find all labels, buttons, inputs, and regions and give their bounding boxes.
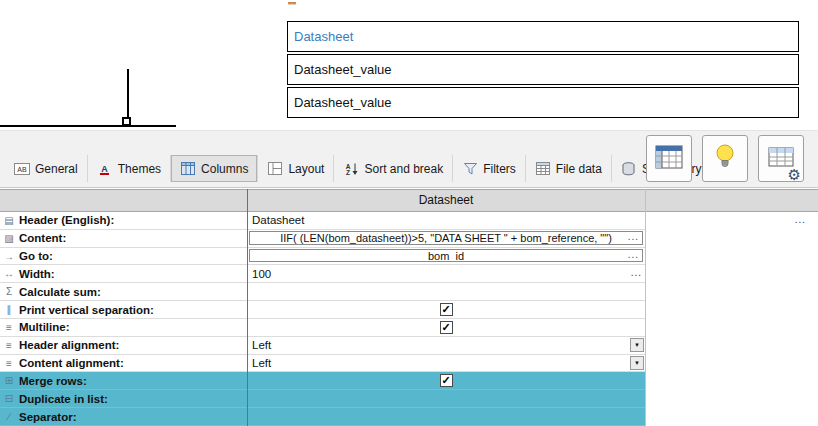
header-english-value[interactable]: Datasheet <box>247 212 645 230</box>
row-label: ⊟ Duplicate in list: <box>0 390 247 408</box>
header-alignment-value[interactable]: Left ▼ <box>247 337 645 355</box>
grid-column-divider[interactable] <box>247 189 248 426</box>
ribbon-tabs: AB General A Themes Columns Layout AZ <box>5 154 710 183</box>
content-alignment-field-icon: ≡ <box>2 358 16 369</box>
calculate-sum-value[interactable] <box>247 283 645 301</box>
width-ellipsis-button[interactable]: ... <box>631 267 642 278</box>
row-label: → Go to: <box>0 248 247 266</box>
tab-label: Themes <box>118 162 161 176</box>
content-alignment-value[interactable]: Left ▼ <box>247 355 645 373</box>
tab-label: Filters <box>483 162 516 176</box>
grid-value-column-edge <box>645 189 646 426</box>
general-icon: AB <box>14 162 30 176</box>
grid-row-calculate-sum: Σ Calculate sum: <box>0 283 818 301</box>
chevron-down-icon: ▼ <box>634 360 640 366</box>
header-field-icon: ▤ <box>2 215 16 226</box>
property-grid: ▤ Header (English): Datasheet ... ▨ Cont… <box>0 212 818 426</box>
row-label: ≡ Header alignment: <box>0 337 247 355</box>
content-field-icon: ▨ <box>2 233 16 244</box>
header-alignment-field-icon: ≡ <box>2 340 16 351</box>
header-alignment-dropdown-button[interactable]: ▼ <box>630 338 644 352</box>
row-label: ▨ Content: <box>0 230 247 248</box>
columns-icon <box>180 162 196 176</box>
print-vertical-separation-value: ✓ <box>247 301 645 319</box>
schematic-wire-vertical <box>127 69 129 120</box>
svg-text:AB: AB <box>17 166 27 173</box>
grid-row-go-to: → Go to: bom_id ... <box>0 248 818 266</box>
tab-themes[interactable]: A Themes <box>87 155 170 182</box>
print-vertical-separation-checkbox[interactable]: ✓ <box>440 303 453 316</box>
separator-value[interactable] <box>247 408 645 426</box>
grid-row-content-alignment: ≡ Content alignment: Left ▼ <box>0 355 818 373</box>
row-label: ∥ Print vertical separation: <box>0 301 247 319</box>
duplicate-field-icon: ⊟ <box>2 393 16 404</box>
filter-funnel-icon <box>462 162 478 176</box>
sort-icon: AZ <box>343 162 359 176</box>
content-expression-field[interactable]: IIF( (LEN(bom_datasheet))>5, "DATA SHEET… <box>249 231 643 245</box>
width-value[interactable]: 100 ... <box>247 265 645 283</box>
svg-text:A: A <box>101 163 108 173</box>
merge-rows-checkbox[interactable]: ✓ <box>440 374 453 387</box>
tips-button[interactable] <box>702 135 748 182</box>
grid-row-content: ▨ Content: IIF( (LEN(bom_datasheet))>5, … <box>0 230 818 248</box>
tab-layout[interactable]: Layout <box>257 155 333 182</box>
row-label: ≡ Multiline: <box>0 319 247 337</box>
schematic-wire-horizontal <box>0 125 176 127</box>
themes-icon: A <box>97 162 113 176</box>
table-settings-button[interactable]: ⚙ <box>758 135 804 182</box>
separator-preview-text: "" <box>288 0 296 12</box>
merge-rows-field-icon: ⊞ <box>2 375 16 386</box>
column-header[interactable]: Datasheet <box>247 190 645 211</box>
grid-row-width: ↔ Width: 100 ... <box>0 265 818 283</box>
tab-columns[interactable]: Columns <box>170 155 257 182</box>
width-field-icon: ↔ <box>2 268 16 279</box>
tab-label: General <box>35 162 78 176</box>
grid-row-multiline: ≡ Multiline: ✓ <box>0 319 818 337</box>
tab-label: Sort and break <box>364 162 443 176</box>
tab-label: Layout <box>288 162 324 176</box>
tab-label: Columns <box>201 162 248 176</box>
merge-rows-value: ✓ <box>247 372 645 390</box>
goto-field-icon: → <box>2 251 16 262</box>
row-label: ⊞ Merge rows: <box>0 372 247 390</box>
multiline-field-icon: ≡ <box>2 322 16 333</box>
go-to-ellipsis-button[interactable]: ... <box>628 249 639 260</box>
grid-row-header-alignment: ≡ Header alignment: Left ▼ <box>0 337 818 355</box>
report-table-button[interactable] <box>646 135 692 182</box>
grid-row-merge-rows: ⊞ Merge rows: ✓ <box>0 372 818 390</box>
tab-sort-and-break[interactable]: AZ Sort and break <box>333 155 452 182</box>
duplicate-in-list-value[interactable] <box>247 390 645 408</box>
row-label: Σ Calculate sum: <box>0 283 247 301</box>
database-icon <box>621 162 637 176</box>
grid-row-print-vertical-separation: ∥ Print vertical separation: ✓ <box>0 301 818 319</box>
vertical-separation-field-icon: ∥ <box>2 304 16 315</box>
row-label: ▤ Header (English): <box>0 212 247 230</box>
toolbar-buttons: ⚙ <box>646 135 804 182</box>
multiline-checkbox[interactable]: ✓ <box>440 321 453 334</box>
grid-row-separator: ∕ Separator: <box>0 408 818 426</box>
preview-header-cell[interactable]: Datasheet <box>287 21 799 52</box>
light-bulb-icon <box>714 143 736 174</box>
tab-general[interactable]: AB General <box>5 155 87 182</box>
preview-value-cell[interactable]: Datasheet_value <box>287 54 799 85</box>
spreadsheet-icon <box>655 145 683 173</box>
go-to-value: bom_id ... <box>247 248 645 266</box>
file-data-icon <box>535 162 551 176</box>
tab-file-data[interactable]: File data <box>525 155 611 182</box>
tab-label: File data <box>556 162 602 176</box>
preview-value-cell[interactable]: Datasheet_value <box>287 87 799 118</box>
layout-icon <box>267 162 283 176</box>
header-english-ellipsis-button[interactable]: ... <box>795 214 806 225</box>
content-ellipsis-button[interactable]: ... <box>628 231 639 242</box>
row-label: ∕ Separator: <box>0 408 247 426</box>
grid-row-duplicate-in-list: ⊟ Duplicate in list: <box>0 390 818 408</box>
tab-filters[interactable]: Filters <box>452 155 525 182</box>
toolbar: AB General A Themes Columns Layout AZ <box>0 130 818 188</box>
grid-row-header-english: ▤ Header (English): Datasheet ... <box>0 212 818 230</box>
row-label: ↔ Width: <box>0 265 247 283</box>
go-to-expression-field[interactable]: bom_id ... <box>249 249 643 263</box>
separator-field-icon: ∕ <box>2 411 16 422</box>
row-label: ≡ Content alignment: <box>0 355 247 373</box>
grid-header-band: Datasheet <box>0 189 818 212</box>
content-alignment-dropdown-button[interactable]: ▼ <box>630 356 644 370</box>
